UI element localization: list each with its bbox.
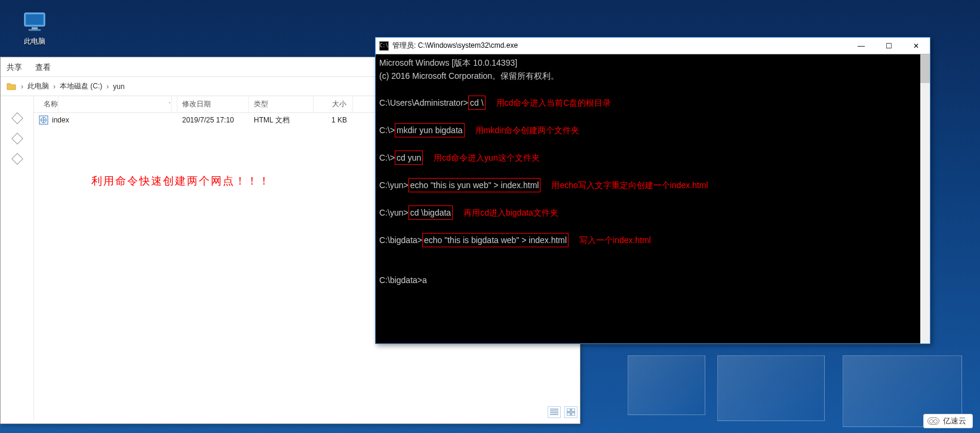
cmd-annotation: 再用cd进入bigdata文件夹	[463, 206, 558, 219]
cmd-annotation: 写入一个index.html	[579, 234, 651, 247]
tab-share[interactable]: 共享	[7, 62, 22, 73]
svg-rect-6	[567, 409, 570, 411]
cmd-annotation: 用cd命令进入当前C盘的根目录	[496, 96, 612, 109]
minimize-button[interactable]: —	[847, 38, 875, 54]
close-button[interactable]: ✕	[902, 38, 930, 54]
view-icons-button[interactable]	[564, 406, 577, 418]
pin-icon[interactable]	[11, 112, 23, 124]
pin-icon[interactable]	[11, 133, 23, 145]
cmd-line: C:\bigdata>echo "this is bigdata web" > …	[379, 233, 926, 247]
cmd-icon: C:\	[379, 41, 389, 51]
sort-indicator-icon: ˄	[164, 96, 172, 112]
cmd-titlebar[interactable]: C:\ 管理员: C:\Windows\system32\cmd.exe — ☐…	[376, 38, 930, 54]
cmd-line: C:\yun>cd \bigdata再用cd进入bigdata文件夹	[379, 205, 926, 220]
pin-icon[interactable]	[11, 153, 23, 165]
col-type[interactable]: 类型	[249, 96, 314, 112]
pc-icon	[22, 12, 47, 32]
file-type: HTML 文档	[249, 115, 314, 125]
crumb-drive[interactable]: 本地磁盘 (C:)	[58, 81, 104, 91]
file-name: index	[52, 116, 69, 124]
svg-rect-3	[29, 29, 41, 31]
cmd-annotation: 用mkdir命令创建两个文件夹	[475, 124, 579, 137]
cmd-prompt: C:\yun>	[379, 206, 408, 219]
col-size[interactable]: 大小	[314, 96, 353, 112]
annotation-text: 利用命令快速创建两个网点！！！	[91, 174, 271, 188]
html-file-icon	[39, 115, 48, 125]
crumb-folder[interactable]: yun	[111, 82, 126, 91]
svg-rect-2	[32, 27, 38, 29]
cmd-prompt: C:\>	[379, 151, 395, 164]
desktop-icon-label: 此电脑	[11, 36, 59, 47]
svg-rect-9	[572, 413, 575, 416]
file-modified: 2019/7/25 17:10	[177, 116, 249, 124]
cmd-command-boxed: cd \	[468, 96, 486, 110]
cmd-line: C:\>cd yun用cd命令进入yun这个文件夹	[379, 151, 926, 165]
cmd-command-boxed: mkdir yun bigdata	[395, 123, 465, 137]
svg-rect-1	[26, 14, 44, 24]
cmd-output[interactable]: Microsoft Windows [版本 10.0.14393] (c) 20…	[376, 54, 930, 343]
wallpaper-rays	[592, 337, 980, 433]
crumb-pc[interactable]: 此电脑	[26, 81, 51, 91]
cmd-annotation: 用cd命令进入yun这个文件夹	[434, 151, 539, 164]
cmd-line: C:\Users\Administrator>cd \用cd命令进入当前C盘的根…	[379, 96, 926, 110]
watermark: 亿速云	[923, 414, 973, 428]
file-size: 1 KB	[314, 116, 353, 124]
cmd-command-boxed: echo "this is yun web" > index.html	[408, 178, 541, 192]
view-details-button[interactable]	[548, 406, 561, 418]
cmd-prompt: C:\yun>	[379, 179, 408, 192]
watermark-icon	[927, 417, 939, 425]
cmd-annotation: 用echo写入文字重定向创建一个index.html	[551, 179, 708, 192]
watermark-text: 亿速云	[943, 416, 966, 426]
cmd-command-boxed: cd yun	[395, 151, 423, 165]
quick-access-strip	[1, 96, 34, 420]
cmd-line: C:\bigdata>a	[379, 274, 926, 287]
cmd-prompt: C:\bigdata>	[379, 234, 422, 247]
cmd-command-boxed: echo "this is bigdata web" > index.html	[422, 233, 569, 247]
cmd-line: Microsoft Windows [版本 10.0.14393]	[379, 56, 926, 69]
view-switcher	[548, 406, 577, 418]
scroll-thumb[interactable]	[920, 54, 930, 83]
cmd-title-text: 管理员: C:\Windows\system32\cmd.exe	[392, 41, 847, 51]
col-modified[interactable]: 修改日期	[177, 96, 249, 112]
desktop: 此电脑 共享 查看 › 此电脑 › 本地磁盘 (C:) › yun 名称˄	[0, 0, 980, 433]
tab-view[interactable]: 查看	[35, 62, 51, 73]
cmd-line: (c) 2016 Microsoft Corporation。保留所有权利。	[379, 69, 926, 82]
col-name[interactable]: 名称	[39, 96, 59, 112]
cmd-command-boxed: cd \bigdata	[408, 205, 453, 220]
cmd-window[interactable]: C:\ 管理员: C:\Windows\system32\cmd.exe — ☐…	[375, 37, 930, 344]
svg-rect-7	[572, 409, 575, 411]
scrollbar[interactable]	[920, 54, 930, 343]
cmd-prompt: C:\>	[379, 124, 395, 137]
svg-rect-8	[567, 413, 570, 416]
cmd-line: C:\>mkdir yun bigdata用mkdir命令创建两个文件夹	[379, 123, 926, 137]
cmd-prompt: C:\Users\Administrator>	[379, 96, 468, 109]
folder-icon	[7, 82, 16, 91]
desktop-icon-this-pc[interactable]: 此电脑	[11, 12, 59, 47]
cmd-line: C:\yun>echo "this is yun web" > index.ht…	[379, 178, 926, 192]
maximize-button[interactable]: ☐	[875, 38, 902, 54]
